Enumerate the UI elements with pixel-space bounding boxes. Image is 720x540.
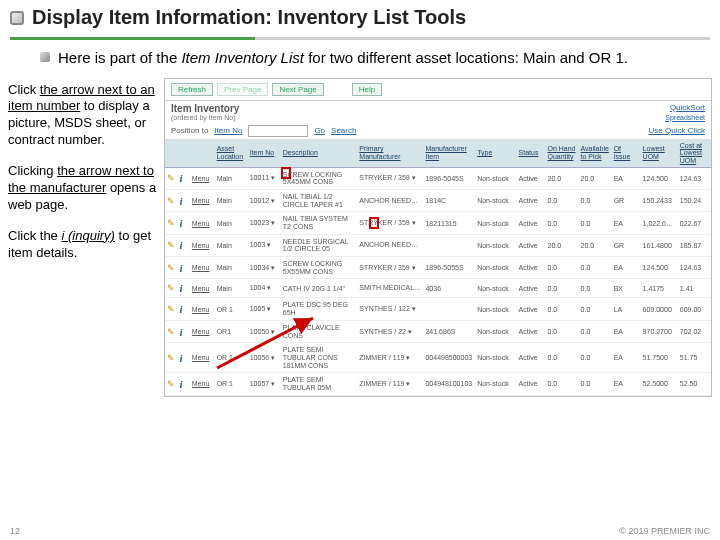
edit-icon[interactable]: ✎ [167, 304, 175, 314]
col-lowest[interactable]: Lowest UOM [643, 145, 665, 160]
item-arrow-icon[interactable]: ▾ [271, 197, 275, 204]
cell-description: NAIL TIBIAL 1/2 CIRCLE TAPER #1 [281, 189, 358, 211]
copyright: © 2019 PREMIER INC [619, 526, 710, 536]
col-manufacturer[interactable]: Primary Manufacturer [359, 145, 400, 160]
col-type[interactable]: Type [477, 149, 492, 156]
edit-icon[interactable]: ✎ [167, 353, 175, 363]
cell-status: Active [517, 373, 546, 395]
col-status[interactable]: Status [519, 149, 539, 156]
use-quick-click-link[interactable]: Use Quick Click [649, 126, 705, 135]
menu-link[interactable]: Menu [192, 354, 210, 361]
item-arrow-icon[interactable]: ▾ [267, 241, 271, 248]
cell-uom: EA [612, 343, 641, 373]
col-cost-lowest[interactable]: Cost at Lowest UOM [680, 142, 702, 164]
edit-icon[interactable]: ✎ [167, 327, 175, 337]
cell-mfr-item [423, 234, 475, 256]
menu-link[interactable]: Menu [192, 380, 210, 387]
edit-icon[interactable]: ✎ [167, 218, 175, 228]
cell-type: Non-stock [475, 212, 516, 234]
item-arrow-icon[interactable]: ▾ [271, 354, 275, 361]
quicksort-link[interactable]: QuickSort [670, 103, 705, 114]
inquiry-icon[interactable]: i [179, 352, 182, 364]
menu-link[interactable]: Menu [192, 328, 210, 335]
cell-type: Non-stock [475, 320, 516, 342]
col-item-no[interactable]: Item No [250, 149, 275, 156]
inquiry-icon[interactable]: i [179, 262, 182, 274]
cell-onhand: 0.0 [545, 343, 578, 373]
col-available[interactable]: Available to Pick [581, 145, 609, 160]
accent-bar [10, 37, 710, 40]
spreadsheet-link[interactable]: Spreadsheet [665, 114, 705, 121]
inquiry-icon[interactable]: i [179, 326, 182, 338]
inquiry-icon[interactable]: i [179, 239, 182, 251]
menu-link[interactable]: Menu [192, 197, 210, 204]
edit-icon[interactable]: ✎ [167, 283, 175, 293]
position-input[interactable] [248, 125, 308, 137]
item-arrow-icon[interactable]: ▾ [271, 380, 275, 387]
menu-link[interactable]: Menu [192, 175, 210, 182]
mfr-arrow-icon[interactable]: ▾ [406, 354, 410, 361]
position-field-label[interactable]: Item No [214, 126, 242, 135]
go-link[interactable]: Go [314, 126, 325, 135]
cell-onhand: 20.0 [545, 234, 578, 256]
next-page-button[interactable]: Next Page [272, 83, 323, 96]
col-onhand[interactable]: On Hand Quantity [547, 145, 575, 160]
cell-manufacturer: SYNTHES / 122 ▾ [357, 298, 423, 320]
edit-icon[interactable]: ✎ [167, 240, 175, 250]
cell-asset: Main [215, 212, 248, 234]
cell-item-no: 10057 ▾ [248, 373, 281, 395]
instruction-3: Click the i (inquiry) to get item detail… [8, 228, 158, 262]
menu-link[interactable]: Menu [192, 285, 210, 292]
menu-link[interactable]: Menu [192, 220, 210, 227]
edit-icon[interactable]: ✎ [167, 196, 175, 206]
cell-manufacturer: STRYKER / 359 ▾ [357, 257, 423, 279]
ordered-by-label: (ordered by Item No) [171, 114, 236, 121]
mfr-arrow-icon[interactable]: ▾ [408, 328, 412, 335]
cell-manufacturer: ZIMMER / 119 ▾ [357, 373, 423, 395]
edit-icon[interactable]: ✎ [167, 379, 175, 389]
cell-mfr-item: 1896-5045S [423, 167, 475, 189]
prev-page-button[interactable]: Prev Page [217, 83, 268, 96]
col-asset[interactable]: Asset Location [217, 145, 243, 160]
header-bullet-icon [10, 11, 24, 25]
mfr-arrow-icon[interactable]: ▾ [406, 380, 410, 387]
item-arrow-icon[interactable]: ▾ [271, 264, 275, 271]
inquiry-icon[interactable]: i [179, 195, 182, 207]
col-mfr-item[interactable]: Manufacturer Item [425, 145, 466, 160]
inquiry-icon[interactable]: i [179, 378, 182, 390]
cell-uom: EA [612, 373, 641, 395]
cell-status: Active [517, 167, 546, 189]
search-link[interactable]: Search [331, 126, 356, 135]
cell-cost: 022.67 [678, 212, 711, 234]
item-arrow-icon[interactable]: ▾ [267, 305, 271, 312]
cell-available: 0.0 [579, 257, 612, 279]
refresh-button[interactable]: Refresh [171, 83, 213, 96]
inquiry-icon[interactable]: i [179, 217, 182, 229]
edit-icon[interactable]: ✎ [167, 173, 175, 183]
help-button[interactable]: Help [352, 83, 382, 96]
item-arrow-icon[interactable]: ▾ [271, 174, 275, 181]
menu-link[interactable]: Menu [192, 264, 210, 271]
mfr-arrow-icon[interactable]: ▾ [412, 264, 416, 271]
mfr-arrow-icon[interactable]: ▾ [412, 305, 416, 312]
cell-onhand: 0.0 [545, 212, 578, 234]
menu-link[interactable]: Menu [192, 306, 210, 313]
cell-lowest: 161.4800 [641, 234, 678, 256]
inquiry-icon[interactable]: i [179, 303, 182, 315]
edit-icon[interactable]: ✎ [167, 263, 175, 273]
item-arrow-icon[interactable]: ▾ [271, 219, 275, 226]
inquiry-icon[interactable]: i [179, 172, 182, 184]
table-row: ✎iMenuMain10023 ▾NAIL TIBIA SYSTEM T2 CO… [165, 212, 711, 234]
cell-description: PLATE DSC 95 DEG 65H [281, 298, 358, 320]
inquiry-icon[interactable]: i [179, 282, 182, 294]
col-description[interactable]: Description [283, 149, 318, 156]
mfr-arrow-icon[interactable]: ▾ [412, 174, 416, 181]
item-arrow-icon[interactable]: ▾ [267, 284, 271, 291]
table-row: ✎iMenuMain1004 ▾CATH IV 20G 1 1/4"SMITH … [165, 279, 711, 298]
table-row: ✎iMenuOR110050 ▾PLATE CLAVICLE CONSSYNTH… [165, 320, 711, 342]
item-arrow-icon[interactable]: ▾ [271, 328, 275, 335]
mfr-arrow-icon[interactable]: ▾ [412, 219, 416, 226]
col-of-issue[interactable]: Of Issue [614, 145, 631, 160]
cell-lowest: 124.500 [641, 257, 678, 279]
menu-link[interactable]: Menu [192, 242, 210, 249]
